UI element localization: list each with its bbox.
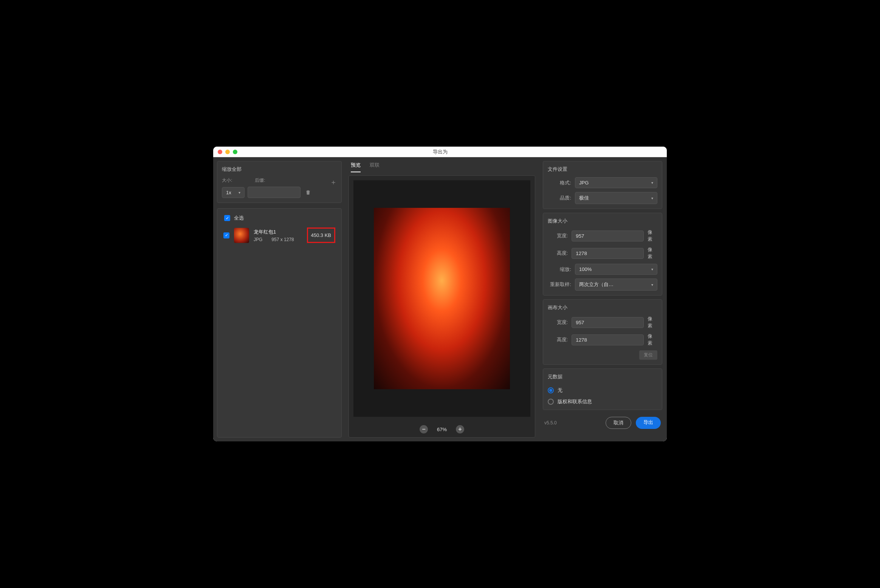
minimize-icon[interactable] — [225, 150, 230, 154]
chevron-down-icon: ▾ — [651, 267, 653, 271]
item-filesize: 450.3 KB — [311, 232, 332, 238]
canvas-size-section: 画布大小 宽度: 像素 高度: 像素 复位 — [543, 299, 662, 365]
metadata-title: 元数据 — [548, 373, 657, 380]
content: 缩放全部 大小: 后缀: ＋ 1x ▾ — [213, 157, 667, 441]
close-icon[interactable] — [218, 150, 222, 154]
footer: v5.5.0 取消 导出 — [543, 414, 662, 430]
width-input[interactable] — [572, 231, 644, 241]
zoom-in-button[interactable]: + — [456, 425, 464, 433]
list-item[interactable]: ✓ 龙年红包1 JPG 957 x 1278 450.3 KB — [222, 225, 337, 245]
width-label: 宽度: — [548, 232, 568, 239]
scale-select[interactable]: 1x ▾ — [222, 187, 245, 198]
height-label: 高度: — [548, 250, 568, 257]
canvas-width-label: 宽度: — [548, 319, 568, 326]
size-label: 大小: — [222, 177, 232, 184]
select-all-checkbox[interactable]: ✓ — [224, 215, 230, 221]
height-input[interactable] — [572, 248, 644, 259]
export-button[interactable]: 导出 — [636, 417, 661, 429]
items-panel: ✓ 全选 ✓ 龙年红包1 JPG 957 x 1278 450.3 KB — [217, 208, 342, 438]
scale-panel: 缩放全部 大小: 后缀: ＋ 1x ▾ — [217, 161, 342, 203]
left-panel: 缩放全部 大小: 后缀: ＋ 1x ▾ — [213, 157, 345, 441]
zoom-out-button[interactable]: − — [420, 425, 428, 433]
quality-label: 品质: — [548, 195, 571, 201]
tabs: 预览 双联 — [349, 161, 535, 172]
metadata-none-label: 无 — [558, 387, 562, 394]
item-thumbnail — [234, 228, 249, 243]
right-panel: 文件设置 格式: JPG ▾ 品质: 极佳 ▾ 图像大小 — [538, 157, 667, 441]
tab-preview[interactable]: 预览 — [351, 162, 361, 172]
scale-value: 100% — [579, 266, 592, 272]
unit-label: 像素 — [648, 316, 657, 329]
preview-canvas[interactable] — [353, 180, 530, 417]
preview-image — [374, 208, 510, 389]
version-label: v5.5.0 — [544, 420, 557, 426]
scale-all-label: 缩放全部 — [222, 166, 337, 173]
unit-label: 像素 — [648, 229, 657, 243]
item-dimensions: 957 x 1278 — [271, 237, 294, 242]
titlebar: 导出为 — [213, 147, 667, 157]
unit-label: 像素 — [648, 333, 657, 347]
chevron-down-icon: ▾ — [239, 190, 240, 195]
window-title: 导出为 — [213, 149, 667, 155]
canvas-size-title: 画布大小 — [548, 304, 657, 311]
image-size-title: 图像大小 — [548, 218, 657, 224]
suffix-label: 后缀: — [255, 177, 265, 184]
metadata-copyright-label: 版权和联系信息 — [558, 398, 592, 405]
unit-label: 像素 — [648, 246, 657, 260]
chevron-down-icon: ▾ — [651, 196, 653, 200]
maximize-icon[interactable] — [233, 150, 237, 154]
canvas-height-label: 高度: — [548, 336, 568, 343]
suffix-input[interactable] — [248, 187, 301, 198]
cancel-button[interactable]: 取消 — [606, 417, 631, 429]
metadata-section: 元数据 无 版权和联系信息 — [543, 368, 662, 410]
chevron-down-icon: ▾ — [651, 283, 653, 287]
file-settings-title: 文件设置 — [548, 166, 657, 173]
select-all-label: 全选 — [234, 215, 244, 221]
item-format: JPG — [254, 237, 262, 242]
item-checkbox[interactable]: ✓ — [223, 232, 229, 238]
trash-icon[interactable] — [304, 188, 313, 197]
quality-select[interactable]: 极佳 ▾ — [575, 192, 657, 204]
canvas-height-input[interactable] — [572, 334, 644, 345]
quality-value: 极佳 — [579, 195, 589, 201]
zoom-controls: − 67% + — [349, 421, 535, 437]
window-controls — [213, 150, 237, 154]
item-filesize-highlight: 450.3 KB — [307, 227, 336, 243]
format-select[interactable]: JPG ▾ — [575, 177, 657, 188]
chevron-down-icon: ▾ — [651, 181, 653, 185]
metadata-none-option[interactable]: 无 — [548, 385, 657, 396]
resample-label: 重新取样: — [548, 281, 571, 288]
add-icon[interactable]: ＋ — [330, 178, 337, 187]
preview-area: − 67% + — [349, 175, 535, 438]
tab-dual[interactable]: 双联 — [370, 162, 380, 172]
format-value: JPG — [579, 180, 589, 186]
item-name: 龙年红包1 — [254, 229, 305, 235]
export-dialog: 导出为 缩放全部 大小: 后缀: ＋ 1x ▾ — [213, 147, 667, 441]
center-panel: 预览 双联 − 67% + — [345, 157, 538, 441]
radio-unchecked-icon — [548, 399, 554, 405]
metadata-copyright-option[interactable]: 版权和联系信息 — [548, 396, 657, 407]
scale-label: 缩放: — [548, 266, 571, 273]
file-settings-section: 文件设置 格式: JPG ▾ 品质: 极佳 ▾ — [543, 161, 662, 209]
format-label: 格式: — [548, 179, 571, 186]
reset-button[interactable]: 复位 — [639, 350, 657, 360]
zoom-value: 67% — [437, 427, 447, 432]
resample-value: 两次立方（自… — [579, 281, 614, 288]
canvas-width-input[interactable] — [572, 317, 644, 328]
radio-checked-icon — [548, 387, 554, 393]
scale-value: 1x — [226, 190, 231, 195]
scale-select[interactable]: 100% ▾ — [575, 264, 657, 275]
resample-select[interactable]: 两次立方（自… ▾ — [575, 279, 657, 291]
image-size-section: 图像大小 宽度: 像素 高度: 像素 缩放: 100% ▾ — [543, 213, 662, 296]
